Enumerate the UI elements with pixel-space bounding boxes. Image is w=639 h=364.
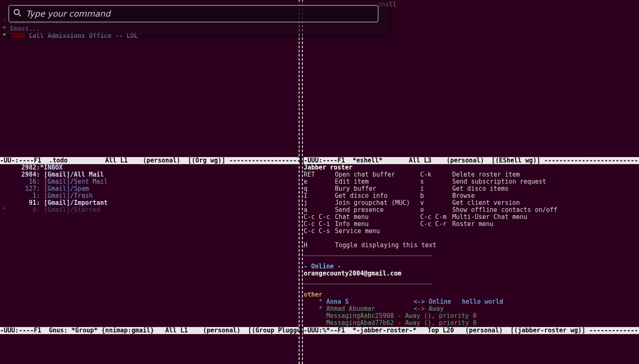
jabber-rule: __________________________________ [304,249,637,256]
group-spam[interactable]: 127: [Gmail]/Spam [2,185,296,192]
jabber-help-row: C-c C-iInfo menuC-c C-rRoster menu [304,221,637,228]
vertical-split-divider[interactable] [299,0,304,364]
group-starred[interactable]: * 0: [Gmail]/Starred [2,207,296,214]
jabber-help-row: IGet disco infobBrowse [304,192,637,199]
jabber-rule: __________________________________ [304,277,637,284]
jabber-blank [304,256,637,263]
svg-point-0 [14,10,19,15]
hud-search-box[interactable] [8,5,379,22]
svg-line-1 [19,14,21,16]
modeline-jabber[interactable]: -UUU:%*--F1 *-jabber-roster-* Top L20 (p… [304,327,639,334]
group-important[interactable]: 91: [Gmail]/Important [2,199,296,207]
jabber-online-heading: - Online - [304,263,637,270]
jabber-help-row: RETOpen chat bufferC-kDelete roster item [304,171,637,178]
pane-jabber-roster[interactable]: Jabber roster RETOpen chat bufferC-kDele… [304,164,639,345]
jabber-help-row: qBury bufferiGet disco items [304,185,637,192]
group-trash[interactable]: 1: [Gmail]/Trash [2,192,296,199]
jabber-help-row: C-c C-cChat menuC-c C-mMulti-User Chat m… [304,214,637,221]
jabber-help-row: eEdit itemsSend subscription request [304,178,637,185]
group-inbox[interactable]: 2982:*INBOX [2,164,296,171]
jabber-help-blank [304,235,637,242]
hud-overlay [3,2,390,35]
search-icon [13,9,26,19]
modeline-gnus[interactable]: -UUU:----F1 Gnus: *Group* {nnimap:gmail}… [0,327,299,334]
jabber-group-other[interactable]: other [304,291,637,298]
modeline-todo[interactable]: -UU-:----F1 .todo All L1 (personal) [(Or… [0,157,299,164]
jabber-help-row: aSend presenceoShow offline contacts on/… [304,207,637,214]
jabber-title: Jabber roster [304,164,637,171]
pane-gnus-groups[interactable]: 2982:*INBOX 2984: [Gmail]/All Mail 16: [… [0,164,299,345]
modeline-eshell[interactable]: -UUU:----F1 *eshell* All L3 (personal) [… [304,157,639,164]
minibuffer[interactable] [0,335,639,364]
hud-command-input[interactable] [26,9,374,19]
group-sentmail[interactable]: 16: [Gmail]/Sent Mail [2,178,296,185]
jabber-help-row: C-c C-sService menu [304,228,637,235]
jabber-blank [304,284,637,291]
jabber-account[interactable]: orangecounty2004@gmail.com [304,270,637,277]
jabber-contact-anna[interactable]: * Anna S<-> Onlinehello world [304,298,637,305]
jabber-contact-raw[interactable]: MessagingAbad77b62 - Away (), priority 0 [304,320,637,327]
jabber-help-row: jJoin groupchat (MUC)vGet client version [304,199,637,207]
jabber-contact-ahmad[interactable]: * Ahmad Abuomar<-> Away [304,305,637,312]
group-allmail[interactable]: 2984: [Gmail]/All Mail [2,171,296,178]
jabber-help-row: HToggle displaying this text [304,242,637,249]
jabber-contact-raw[interactable]: MessagingAabc25908 - Away (), priority 0 [304,312,637,320]
